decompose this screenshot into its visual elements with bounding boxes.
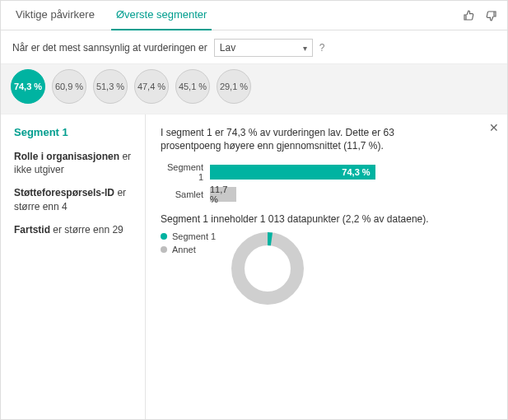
- outcome-selected: Lav: [220, 42, 235, 54]
- segment-bubble-4[interactable]: 47,4 %: [134, 69, 169, 104]
- segment-detail-panel: ✕ I segment 1 er 74,3 % av vurderingen l…: [145, 114, 507, 420]
- segment-bubble-2[interactable]: 60,9 %: [52, 69, 86, 104]
- tab-segments[interactable]: Øverste segmenter: [111, 1, 212, 30]
- tabs: Viktige påvirkere Øverste segmenter: [1, 1, 507, 30]
- legend-label-other: Annet: [172, 245, 196, 254]
- thumbs-down-icon[interactable]: [484, 9, 497, 22]
- bar-chart: Segment 1 74,3 % Samlet 11,7 %: [161, 162, 494, 202]
- outcome-select[interactable]: Lav ▾: [214, 39, 313, 57]
- segment-rules-panel: Segment 1 Rolle i organisasjonen er ikke…: [1, 114, 145, 420]
- bar-label-overall: Samlet: [161, 189, 210, 199]
- legend-swatch-other: [161, 246, 167, 253]
- segment-rule-2: Støtteforespørsels-ID er større enn 4: [14, 186, 135, 212]
- close-icon[interactable]: ✕: [489, 121, 499, 134]
- segment-headline: I segment 1 er 74,3 % av vurderingen lav…: [161, 126, 440, 152]
- svg-point-0: [238, 239, 297, 298]
- tab-influencers[interactable]: Viktige påvirkere: [11, 1, 100, 30]
- segment-bubble-1[interactable]: 74,3 %: [11, 69, 45, 104]
- feedback-controls: [463, 9, 497, 22]
- bar-segment: 74,3 %: [210, 165, 375, 180]
- legend-swatch-segment: [161, 233, 167, 240]
- segment-bubble-5[interactable]: 45,1 %: [175, 69, 210, 104]
- segment-bubble-3[interactable]: 51,3 %: [93, 69, 128, 104]
- question-prefix: Når er det mest sannsynlig at vurderinge…: [12, 42, 207, 54]
- donut-legend: Segment 1 Annet: [161, 231, 216, 258]
- question-row: Når er det mest sannsynlig at vurderinge…: [1, 30, 507, 63]
- segment-title: Segment 1: [14, 126, 135, 138]
- thumbs-up-icon[interactable]: [463, 9, 476, 22]
- donut-chart: [231, 231, 305, 308]
- segment-bubble-6[interactable]: 29,1 %: [217, 69, 251, 104]
- segment-bubbles: 74,3 %60,9 %51,3 %47,4 %45,1 %29,1 %: [1, 63, 507, 114]
- segment-rule-3: Fartstid er større enn 29: [14, 223, 135, 236]
- help-icon[interactable]: ?: [319, 42, 325, 54]
- bar-overall: 11,7 %: [210, 187, 236, 202]
- segment-countline: Segment 1 inneholder 1 013 datapunkter (…: [161, 213, 494, 225]
- chevron-down-icon: ▾: [303, 44, 307, 53]
- segment-rule-1: Rolle i organisasjonen er ikke utgiver: [14, 150, 135, 176]
- bar-label-segment: Segment 1: [161, 162, 210, 182]
- legend-label-segment: Segment 1: [172, 231, 216, 241]
